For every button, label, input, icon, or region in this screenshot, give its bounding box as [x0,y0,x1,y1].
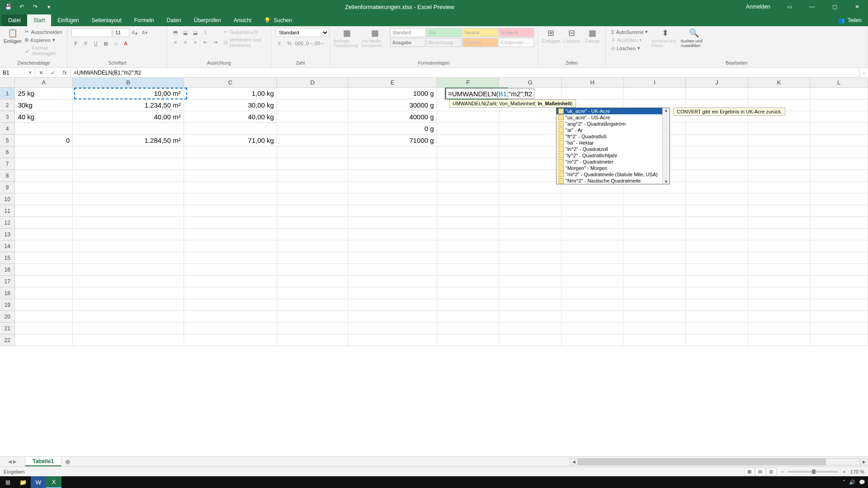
cell-F17[interactable] [437,276,500,287]
row-header[interactable]: 10 [0,193,15,205]
save-icon[interactable]: 💾 [4,2,13,11]
currency-icon[interactable]: € [275,39,284,48]
autocomplete-item[interactable]: "us_acre" - US-Acre [557,114,670,121]
cell-I12[interactable] [623,217,686,229]
cell-A5[interactable]: 0 [15,135,73,146]
cell-D11[interactable] [277,205,348,217]
cell-E14[interactable] [348,240,437,252]
cell-K15[interactable] [748,252,811,264]
row-header[interactable]: 17 [0,276,15,287]
cell-F3[interactable] [437,111,500,123]
volume-icon[interactable]: 🔊 [849,479,855,485]
indent-decrease-icon[interactable]: ⇤ [201,38,210,47]
spreadsheet-grid[interactable]: ABCDEFGHIJKL 125 kg10,00 m²1,00 kg1000 g… [0,78,868,456]
cell-A18[interactable] [15,287,73,299]
thousands-icon[interactable]: 000 [295,39,304,48]
cell-E1[interactable]: 1000 g [348,88,437,99]
cell-G20[interactable] [499,311,561,323]
add-sheet-button[interactable]: ⊕ [61,457,74,466]
cell-E9[interactable] [348,182,437,193]
cell-K13[interactable] [748,229,811,240]
cell-L21[interactable] [810,323,868,334]
cell-C5[interactable]: 71,00 kg [184,135,277,146]
undo-icon[interactable]: ↶ [17,2,26,11]
cell-B9[interactable] [73,182,184,193]
excel-icon[interactable]: X [46,476,61,488]
cell-D17[interactable] [277,276,348,287]
cell-L9[interactable] [810,182,868,193]
cell-E20[interactable] [348,311,437,323]
cell-D22[interactable] [277,334,348,346]
cell-A14[interactable] [15,240,73,252]
cell-L20[interactable] [810,311,868,323]
row-header[interactable]: 20 [0,311,15,323]
cell-H20[interactable] [561,311,624,323]
border-button[interactable]: ▦ [101,39,110,48]
cell-G14[interactable] [499,240,561,252]
autocomplete-scrollbar[interactable]: ▲▼ [662,108,670,184]
cell-H11[interactable] [561,205,624,217]
bold-button[interactable]: F [71,39,80,48]
cell-B18[interactable] [73,287,184,299]
tell-me[interactable]: 💡Suchen [258,14,298,26]
cell-I18[interactable] [623,287,686,299]
scroll-left-icon[interactable]: ◀ [570,458,578,465]
style-eingabe[interactable]: Eingabe [462,38,498,47]
cell-D5[interactable] [277,135,348,146]
cell-K8[interactable] [748,170,811,182]
cell-B16[interactable] [73,264,184,276]
cell-A19[interactable] [15,299,73,311]
row-header[interactable]: 19 [0,299,15,311]
cell-B3[interactable]: 40,00 m² [73,111,184,123]
column-header-B[interactable]: B [73,78,184,88]
cell-A1[interactable]: 25 kg [15,88,73,99]
cell-D15[interactable] [277,252,348,264]
cell-E17[interactable] [348,276,437,287]
cell-L3[interactable] [810,111,868,123]
cell-C20[interactable] [184,311,277,323]
align-center-icon[interactable]: ≡ [181,38,190,47]
column-header-H[interactable]: H [561,78,624,88]
cell-J20[interactable] [686,311,748,323]
tray-chevron-icon[interactable]: ˄ [843,479,845,485]
cell-G5[interactable] [499,135,561,146]
cell-C4[interactable] [184,123,277,135]
cell-F18[interactable] [437,287,500,299]
row-header[interactable]: 21 [0,323,15,334]
tab-einfugen[interactable]: Einfügen [51,14,85,26]
cell-G18[interactable] [499,287,561,299]
cell-F5[interactable] [437,135,500,146]
fill-button[interactable]: ⬇Ausfüllen▾ [609,36,650,44]
cell-A2[interactable]: 30kg [15,99,73,111]
cell-styles-gallery[interactable]: Standard Gut Neutral Schlecht Ausgabe Be… [390,28,534,47]
cell-J15[interactable] [686,252,748,264]
cell-A21[interactable] [15,323,73,334]
zoom-level[interactable]: 170 % [850,469,864,474]
chevron-down-icon[interactable]: ▼ [28,70,32,75]
italic-button[interactable]: K [81,39,90,48]
scroll-right-icon[interactable]: ▶ [860,458,868,465]
cell-E8[interactable] [348,170,437,182]
insert-function-button[interactable]: fx [59,70,71,76]
cell-J9[interactable] [686,182,748,193]
row-header[interactable]: 15 [0,252,15,264]
cell-F10[interactable] [437,193,500,205]
cell-B14[interactable] [73,240,184,252]
cell-I16[interactable] [623,264,686,276]
cell-K19[interactable] [748,299,811,311]
cell-H19[interactable] [561,299,624,311]
cell-E13[interactable] [348,229,437,240]
cell-L8[interactable] [810,170,868,182]
cell-D10[interactable] [277,193,348,205]
autocomplete-item[interactable]: "m^2" - Quadratmeter [557,159,670,165]
cell-B17[interactable] [73,276,184,287]
row-header[interactable]: 18 [0,287,15,299]
increase-decimal-icon[interactable]: ,0→ [305,39,314,48]
cell-F14[interactable] [437,240,500,252]
cell-K11[interactable] [748,205,811,217]
column-header-F[interactable]: F [437,78,500,88]
cell-C16[interactable] [184,264,277,276]
cell-A4[interactable] [15,123,73,135]
cell-D1[interactable] [277,88,348,99]
row-header[interactable]: 16 [0,264,15,276]
